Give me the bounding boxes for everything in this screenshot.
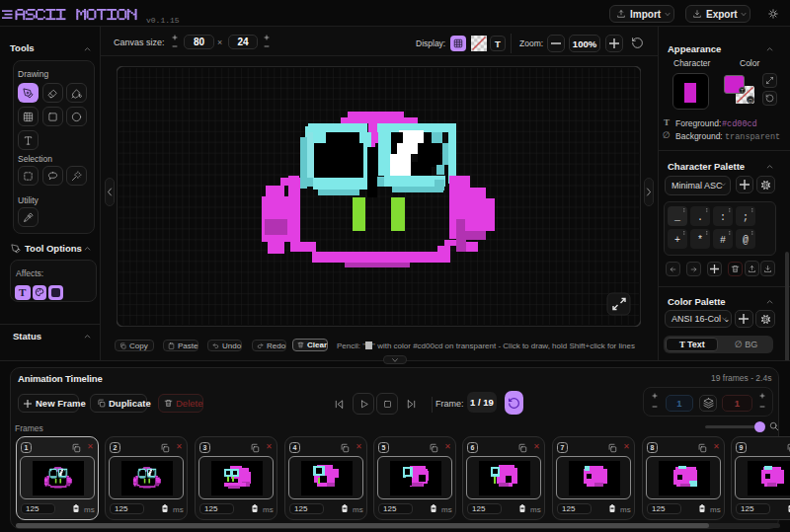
svg-text:*: * bbox=[697, 235, 703, 246]
svg-text:+: + bbox=[674, 235, 680, 246]
svg-text:@: @ bbox=[743, 235, 749, 246]
svg-text::: : bbox=[720, 212, 726, 223]
svg-text:.: . bbox=[697, 212, 703, 223]
svg-text:∅: ∅ bbox=[749, 98, 753, 104]
svg-text:#: # bbox=[720, 235, 726, 246]
svg-text:;: ; bbox=[743, 212, 749, 223]
svg-text:_: _ bbox=[673, 212, 681, 223]
